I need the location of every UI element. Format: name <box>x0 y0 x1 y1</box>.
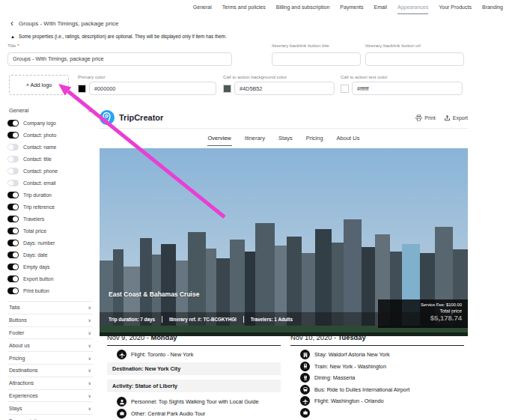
nav-item-billing-and-subscription[interactable]: Billing and subscription <box>276 4 330 14</box>
preview-tab-overview[interactable]: Overview <box>207 135 232 146</box>
toggle-row-contact-photo: Contact: photo <box>7 129 93 141</box>
map-pin-icon <box>100 110 115 125</box>
sidebar-section-experiences[interactable]: Experiences∨ <box>7 389 93 402</box>
print-button[interactable]: Print <box>415 115 435 121</box>
itinerary-days: Nov 9, 2020 - MondayFlight: Toronto - Ne… <box>107 334 464 420</box>
nav-item-payments[interactable]: Payments <box>340 4 363 14</box>
toggle-list: Company logoContact: photoContact: nameC… <box>7 117 93 296</box>
personnel-icon <box>117 397 127 407</box>
primary-color-swatch[interactable] <box>78 85 86 93</box>
itinerary-item-flight-washington-orlando: Flight: Washington - Orlando <box>300 396 464 406</box>
toggle-row-company-logo: Company logo <box>7 117 93 129</box>
info-separator <box>162 316 162 323</box>
sidebar-section-footer[interactable]: Footer∨ <box>7 326 93 339</box>
toggle-label-trip-duration: Trip duration <box>23 192 52 198</box>
notice-text: Some properties (i.e., ratings, descript… <box>19 34 227 39</box>
train-icon <box>300 362 310 371</box>
toggle-contact-photo[interactable] <box>7 132 19 139</box>
sidebar-section-general[interactable]: General ∧ <box>7 105 93 117</box>
cta-text-color-swatch[interactable] <box>341 85 349 93</box>
sidebar-section-label-destinations: Destinations <box>9 368 38 373</box>
toggle-company-logo[interactable] <box>7 120 19 127</box>
toggle-contact-phone[interactable] <box>7 168 19 174</box>
add-logo-button[interactable]: + Add logo <box>9 75 69 95</box>
nav-item-email[interactable]: Email <box>374 4 387 14</box>
nav-item-general[interactable]: General <box>193 4 212 14</box>
toggle-contact-email[interactable] <box>7 180 19 186</box>
sidebar-section-transportation[interactable]: Transportation∨ <box>7 414 93 420</box>
chevron-down-icon: ∨ <box>88 330 91 335</box>
sidebar-section-label-stays: Stays <box>9 406 22 411</box>
toggle-label-empty-days: Empty days <box>23 264 50 270</box>
preview-tab-stays[interactable]: Stays <box>278 135 293 146</box>
backlink-url-input[interactable] <box>365 52 464 66</box>
toggle-contact-name[interactable] <box>7 144 19 150</box>
sidebar-section-tabs[interactable]: Tabs∨ <box>7 301 93 314</box>
toggle-row-trip-reference: Trip reference <box>7 201 93 213</box>
backlink-url-field-group: Itinerary backlink button url <box>365 43 464 66</box>
itinerary-item-dining-masseria: Dining: Masseria <box>300 373 464 383</box>
chevron-down-icon: ∨ <box>88 343 91 348</box>
backlink-title-input[interactable] <box>272 52 361 66</box>
toggle-row-contact-title: Contact: title <box>7 153 93 165</box>
toggle-label-contact-phone: Contact: phone <box>23 168 58 174</box>
toggle-label-company-logo: Company logo <box>23 121 56 126</box>
sidebar-section-list: Tabs∨Buttons∨Footer∨About us∨Pricing∨Des… <box>7 301 93 420</box>
appearances-settings-page: GeneralTerms and policiesBilling and sub… <box>0 0 515 420</box>
cta-text-color-input[interactable] <box>352 82 463 95</box>
title-field-label: Title * <box>7 43 232 48</box>
toggle-empty-days[interactable] <box>7 264 19 270</box>
sidebar-section-pricing[interactable]: Pricing∨ <box>7 351 93 364</box>
primary-color-input[interactable] <box>89 82 216 95</box>
sidebar-section-buttons[interactable]: Buttons∨ <box>7 314 93 326</box>
toggle-total-price[interactable] <box>7 228 19 234</box>
title-input[interactable] <box>7 52 232 66</box>
toggle-days-number[interactable] <box>7 240 19 246</box>
itinerary-item-other-central-park-audio-tour: Other: Central Park Audio Tour <box>117 409 281 419</box>
cta-text-color-label: Call to action text color <box>341 74 463 79</box>
sidebar-section-stays[interactable]: Stays∨ <box>7 401 93 414</box>
export-button[interactable]: Export <box>444 115 468 121</box>
toggle-contact-title[interactable] <box>7 156 19 162</box>
itinerary-item-label: Stay: Waldorf Astoria New York <box>314 351 390 358</box>
cta-background-color-label: Call to action background color <box>223 74 335 79</box>
preview-tab-itinerary[interactable]: Itinerary <box>244 135 266 146</box>
toggle-row-contact-phone: Contact: phone <box>7 165 93 177</box>
nav-item-branding[interactable]: Branding <box>482 4 503 14</box>
other-icon <box>300 408 310 418</box>
backlink-url-label: Itinerary backlink button url <box>365 43 464 48</box>
primary-color-group: Primary color <box>78 74 216 95</box>
chevron-down-icon: ∨ <box>88 305 91 310</box>
back-icon[interactable]: ‹ <box>10 20 13 27</box>
sidebar-section-destinations[interactable]: Destinations∨ <box>7 364 93 377</box>
itinerary-item-flight-toronto-new-york: Flight: Toronto - New York <box>117 350 281 359</box>
toggle-export-button[interactable] <box>7 276 19 282</box>
toggle-trip-reference[interactable] <box>7 204 19 210</box>
toggle-trip-duration[interactable] <box>7 192 19 198</box>
chevron-down-icon: ∨ <box>88 406 91 411</box>
trip-info-2: Travelers: 1 Adults <box>251 317 293 322</box>
nav-item-terms-and-policies[interactable]: Terms and policies <box>222 4 266 14</box>
service-fee: Service Fee: $100.00 <box>384 302 462 307</box>
cta-background-color-swatch[interactable] <box>223 85 231 93</box>
toggle-row-empty-days: Empty days <box>7 261 93 273</box>
toggle-print-button[interactable] <box>7 287 19 294</box>
sidebar-section-attractions[interactable]: Attractions∨ <box>7 377 93 389</box>
preview-tab-pricing[interactable]: Pricing <box>305 135 324 146</box>
warning-icon: ▲ <box>10 34 15 39</box>
toggle-travelers[interactable] <box>7 216 19 222</box>
sidebar-section-about-us[interactable]: About us∨ <box>7 338 93 351</box>
nav-item-your-products[interactable]: Your Products <box>439 4 472 14</box>
toggle-label-total-price: Total price <box>23 228 46 234</box>
nav-item-appearances[interactable]: Appearances <box>397 4 428 14</box>
cta-background-color-group: Call to action background color <box>223 74 335 95</box>
cta-background-color-input[interactable] <box>234 82 335 95</box>
toggle-days-date[interactable] <box>7 252 19 258</box>
brand-name: TripCreator <box>119 113 163 122</box>
itinerary-item-item <box>300 408 464 418</box>
chevron-down-icon: ∨ <box>88 368 91 373</box>
display-options-sidebar: General ∧ Company logoContact: photoCont… <box>7 105 93 420</box>
day-name: Monday <box>150 334 177 341</box>
hero-image: East Coast & Bahamas Cruise Service Fee:… <box>100 148 468 336</box>
preview-tab-about-us[interactable]: About Us <box>336 135 361 146</box>
